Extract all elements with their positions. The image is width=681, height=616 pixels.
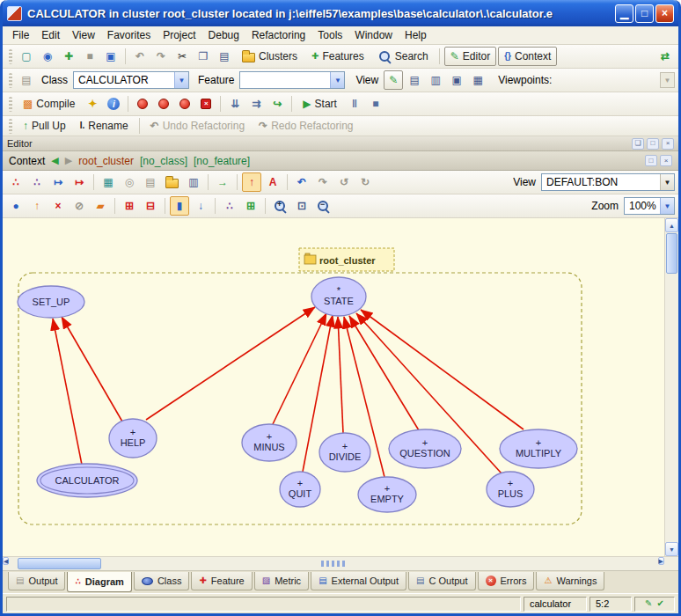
redo-button[interactable]: ↷ [151,47,171,66]
eraser-button[interactable]: ▰ [91,196,110,216]
diagram-go-button[interactable]: → [213,172,232,192]
menu-window[interactable]: Window [348,27,399,43]
class-combobox[interactable]: CALCULATOR ▼ [73,71,189,89]
menu-help[interactable]: Help [399,27,433,43]
inheritance-arrow[interactable] [349,316,419,430]
diagram-redo-button[interactable]: ↷ [313,172,333,192]
compile-button[interactable]: ▩Compile [17,94,81,114]
class-bubble-help[interactable]: +HELP [109,419,157,458]
minimize-button[interactable]: ▁ [615,4,633,23]
view-interface-button[interactable]: ▣ [447,70,466,90]
step-out-button[interactable]: ↪ [267,94,287,114]
inheritance-arrow[interactable] [361,310,524,429]
remove-depth-button[interactable]: ⊟ [141,196,160,216]
horizontal-scroll-thumb[interactable] [18,558,101,569]
pane-maximize-button[interactable]: □ [647,138,659,150]
search-button[interactable]: Search [372,47,435,66]
tab-warnings[interactable]: ⚠Warnings [536,572,604,590]
context-cluster[interactable]: root_cluster [78,155,134,167]
pause-button[interactable]: ‖ [345,94,364,114]
pull-up-button[interactable]: ↑Pull Up [17,116,72,136]
toolbar-grip[interactable] [9,73,12,88]
inheritance-arrow[interactable] [53,319,82,465]
tab-external-output[interactable]: ▤External Output [311,572,406,590]
zoom-in-button[interactable]: + [270,196,290,216]
grid-snap-button[interactable]: ⊞ [241,196,260,216]
menu-tools[interactable]: Tools [311,27,348,43]
tab-output[interactable]: ▤Output [8,572,65,590]
zoom-combobox[interactable]: 100% ▼ [624,197,675,215]
save-button[interactable]: ■ [80,47,99,66]
fit-to-window-button[interactable]: ⊡ [292,196,311,216]
step-into-button[interactable]: ⇊ [225,94,245,114]
pane-close-button[interactable]: × [662,138,674,150]
debug-run-new-button[interactable] [154,94,173,114]
profile-switch-button[interactable]: ⇄ [655,47,675,66]
cut-button[interactable]: ✂ [172,47,192,66]
diagram-history-forward-button[interactable]: ↻ [355,172,375,192]
class-bubble-state[interactable]: *STATE [311,277,366,316]
nav-back-button[interactable]: ◀ [51,156,58,165]
class-bubble-plus[interactable]: +PLUS [487,472,534,507]
bon-diagram[interactable]: SET_UP*STATE+HELPCALCULATOR+MINUS+QUIT+D… [3,218,664,556]
tab-metric[interactable]: ▨Metric [254,572,309,590]
paste-button[interactable]: ▤ [215,47,234,66]
diagram-grid-button[interactable]: ▥ [184,172,203,192]
external-editor-button[interactable]: ▤ [17,70,36,90]
maximize-button[interactable]: □ [635,4,654,23]
menu-debug[interactable]: Debug [202,27,245,43]
tab-c-output[interactable]: ▤C Output [408,572,475,590]
class-bubble-set_up[interactable]: SET_UP [18,286,84,318]
chevron-down-icon[interactable]: ▼ [174,72,188,88]
diagram-picture-button[interactable]: ▦ [99,172,118,192]
chevron-down-icon[interactable]: ▼ [330,72,344,88]
debug-stop-button[interactable]: × [196,94,216,114]
add-depth-button[interactable]: ⊞ [120,196,139,216]
rename-button[interactable]: I.Rename [74,116,135,136]
titlebar[interactable]: CALCULATOR in cluster root_cluster locat… [3,0,678,26]
delete-button[interactable]: × [48,196,68,216]
toolbar-grip[interactable] [9,49,12,64]
feature-combobox[interactable]: ▼ [239,71,345,89]
center-diagram-button[interactable]: ▮ [170,196,189,216]
start-button[interactable]: ▶Start [297,94,343,114]
redo-refactoring-button[interactable]: ↷Redo Refactoring [253,116,359,136]
class-bubble-calculator[interactable]: CALCULATOR [37,464,137,497]
diagram-print-button[interactable]: ▤ [141,172,160,192]
pane-float-button[interactable]: ❏ [632,138,644,150]
inheritance-arrow[interactable] [338,317,343,433]
diagram-canvas[interactable]: SET_UP*STATE+HELPCALCULATOR+MINUS+QUIT+D… [3,218,664,556]
scroll-up-button[interactable]: ▲ [665,218,678,232]
open-project-button[interactable]: ◉ [38,47,57,66]
tab-feature[interactable]: ✚Feature [191,572,252,590]
debug-ignore-button[interactable] [175,94,194,114]
sort-button[interactable]: ↓ [191,196,210,216]
undo-refactoring-button[interactable]: ↶Undo Refactoring [144,116,251,136]
scroll-right-button[interactable]: ▶ [658,557,664,565]
diagram-history-back-button[interactable]: ↺ [334,172,354,192]
tab-class[interactable]: Class [134,572,190,590]
scroll-left-button[interactable]: ◀ [3,557,9,565]
diagram-snapshot-button[interactable]: ◎ [120,172,139,192]
vertical-scrollbar[interactable]: ▲ ▼ [664,218,678,556]
finalize-button[interactable]: ✦ [83,94,102,114]
view-flat-button[interactable]: ▤ [405,70,424,90]
inheritance-link-tool[interactable]: ↦ [70,172,89,192]
menu-file[interactable]: File [6,27,35,43]
inheritance-arrow[interactable] [146,307,315,420]
copy-button[interactable]: ❐ [194,47,213,66]
pane-close-button[interactable]: × [660,155,672,166]
class-bubble-question[interactable]: +QUESTION [389,429,461,468]
chevron-down-icon[interactable]: ▼ [660,198,674,214]
chevron-down-icon[interactable]: ▼ [660,174,674,190]
toolbar-grip[interactable] [9,119,12,134]
diagram-view-combobox[interactable]: DEFAULT:BON ▼ [541,173,675,191]
viewpoints-dropdown[interactable]: ▼ [660,72,675,88]
splitter-grip[interactable] [321,561,346,567]
view-editor-button[interactable]: ✎ [384,70,403,90]
diagram-folder-button[interactable] [162,172,182,192]
class-bubble-multiply[interactable]: +MULTIPLY [500,429,577,468]
new-cluster-tool[interactable]: ∴ [27,172,47,192]
new-class-tool[interactable]: ∴ [6,172,26,192]
save-all-button[interactable]: ▣ [101,47,121,66]
